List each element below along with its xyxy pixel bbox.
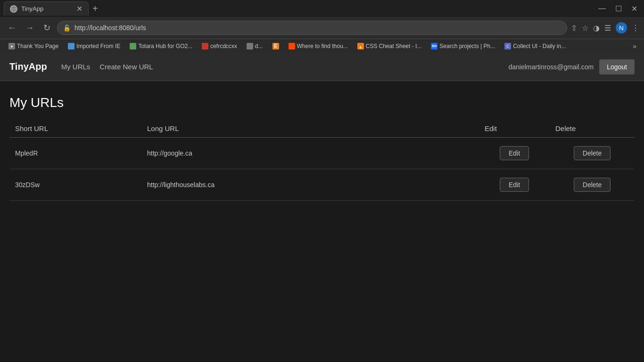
page-title: My URLs <box>9 95 635 110</box>
bookmark-favicon-9: Bē <box>431 43 438 49</box>
browser-chrome: TinyApp ✕ + — ☐ ✕ ← → ↻ 🔓 http://localho… <box>0 0 644 53</box>
bookmark-star-button[interactable]: ☆ <box>582 24 588 33</box>
svg-text:●: ● <box>11 44 13 49</box>
bookmark-d[interactable]: d... <box>243 42 267 50</box>
delete-button-1[interactable]: Delete <box>574 146 611 160</box>
bookmark-totara[interactable]: Totara Hub for GO2... <box>126 42 196 50</box>
minimize-button[interactable]: — <box>595 3 609 14</box>
delete-cell-1: Delete <box>550 138 635 169</box>
bookmarks-more-button[interactable]: » <box>630 41 639 51</box>
lock-icon: 🔓 <box>63 25 71 32</box>
back-button[interactable]: ← <box>5 22 19 34</box>
edit-button-1[interactable]: Edit <box>500 146 529 160</box>
bookmark-label-10: Collect UI - Daily in... <box>513 43 566 49</box>
bookmark-favicon-8: 🔥 <box>357 43 364 49</box>
short-url-cell-1: MpledR <box>9 138 141 169</box>
forward-button[interactable]: → <box>23 22 37 34</box>
bookmarks-bar: ● Thank You Page Imported From IE Totara… <box>0 39 644 53</box>
bookmark-label-8: CSS Cheat Sheet - I... <box>366 43 422 49</box>
bookmark-e[interactable]: E <box>269 42 283 50</box>
bookmark-favicon-1: ● <box>8 43 15 49</box>
bookmark-label-5: d... <box>255 43 263 49</box>
nav-my-urls[interactable]: My URLs <box>61 63 91 71</box>
main-content: My URLs Short URL Long URL Edit Delete M… <box>0 81 644 215</box>
bookmark-cefrcdccxx[interactable]: cefrcdccxx <box>198 42 241 50</box>
bookmark-thank-you-page[interactable]: ● Thank You Page <box>5 42 62 50</box>
logout-button[interactable]: Logout <box>599 59 635 74</box>
edit-cell-1: Edit <box>479 138 550 169</box>
header-long-url: Long URL <box>141 120 479 138</box>
bookmark-label-1: Thank You Page <box>17 43 58 49</box>
maximize-button[interactable]: ☐ <box>612 3 625 14</box>
extensions-button[interactable]: ◑ <box>593 24 600 33</box>
bookmark-favicon-2 <box>68 43 74 49</box>
bookmark-css[interactable]: 🔥 CSS Cheat Sheet - I... <box>354 42 426 50</box>
app-nav: TinyApp My URLs Create New URL danielmar… <box>0 53 644 81</box>
bookmark-favicon-3 <box>130 43 136 49</box>
edit-cell-2: Edit <box>479 169 550 201</box>
header-edit: Edit <box>479 120 550 138</box>
bookmark-collect-ui[interactable]: C Collect UI - Daily in... <box>501 42 570 50</box>
delete-cell-2: Delete <box>550 169 635 201</box>
bookmark-label-7: Where to find thou... <box>297 43 348 49</box>
nav-create-new-url[interactable]: Create New URL <box>99 63 153 71</box>
bookmark-favicon-10: C <box>504 43 511 49</box>
delete-button-2[interactable]: Delete <box>574 178 611 192</box>
urls-table: Short URL Long URL Edit Delete MpledR ht… <box>9 120 635 201</box>
share-button[interactable]: ⇧ <box>571 24 577 33</box>
long-url-cell-1: http://google.ca <box>141 138 479 169</box>
address-actions: ⇧ ☆ ◑ ☰ N ⋮ <box>571 22 639 33</box>
nav-right: danielmartinross@gmail.com Logout <box>508 59 635 74</box>
address-bar[interactable]: 🔓 http://localhost:8080/urls <box>57 21 567 35</box>
profile-button[interactable]: N <box>616 22 627 33</box>
long-url-cell-2: http://lighthouselabs.ca <box>141 169 479 201</box>
address-text: http://localhost:8080/urls <box>74 24 561 32</box>
reload-button[interactable]: ↻ <box>41 22 53 34</box>
address-bar-row: ← → ↻ 🔓 http://localhost:8080/urls ⇧ ☆ ◑… <box>0 17 644 39</box>
short-url-cell-2: 30zDSw <box>9 169 141 201</box>
bookmark-label-9: Search projects | Ph... <box>439 43 495 49</box>
bookmark-label-3: Totara Hub for GO2... <box>138 43 192 49</box>
tab-bar: TinyApp ✕ + — ☐ ✕ <box>0 0 644 17</box>
tab-close-button[interactable]: ✕ <box>76 4 83 13</box>
bookmark-label-4: cefrcdccxx <box>210 43 237 49</box>
edit-button-2[interactable]: Edit <box>500 178 529 192</box>
sidebar-toggle-button[interactable]: ☰ <box>604 24 611 33</box>
bookmark-favicon-4 <box>202 43 208 49</box>
user-email: danielmartinross@gmail.com <box>508 63 594 71</box>
table-row: 30zDSw http://lighthouselabs.ca Edit Del… <box>9 169 635 201</box>
table-header: Short URL Long URL Edit Delete <box>9 120 635 138</box>
tab-controls: — ☐ ✕ <box>595 3 640 14</box>
active-tab[interactable]: TinyApp ✕ <box>4 1 89 16</box>
tab-title: TinyApp <box>21 5 73 12</box>
header-delete: Delete <box>550 120 635 138</box>
bookmark-favicon-7 <box>289 43 295 49</box>
table-row: MpledR http://google.ca Edit Delete <box>9 138 635 169</box>
bookmark-imported[interactable]: Imported From IE <box>64 42 124 50</box>
table-body: MpledR http://google.ca Edit Delete 30zD… <box>9 138 635 201</box>
new-tab-button[interactable]: + <box>89 1 102 16</box>
menu-button[interactable]: ⋮ <box>632 24 639 33</box>
app-logo: TinyApp <box>9 61 47 72</box>
bookmark-favicon-5 <box>247 43 253 49</box>
close-window-button[interactable]: ✕ <box>628 3 640 14</box>
bookmark-search-projects[interactable]: Bē Search projects | Ph... <box>427 42 499 50</box>
tab-favicon <box>10 5 17 13</box>
bookmark-favicon-6: E <box>272 43 279 49</box>
bookmark-reddit[interactable]: Where to find thou... <box>285 42 352 50</box>
bookmark-label-2: Imported From IE <box>76 43 120 49</box>
header-short-url: Short URL <box>9 120 141 138</box>
